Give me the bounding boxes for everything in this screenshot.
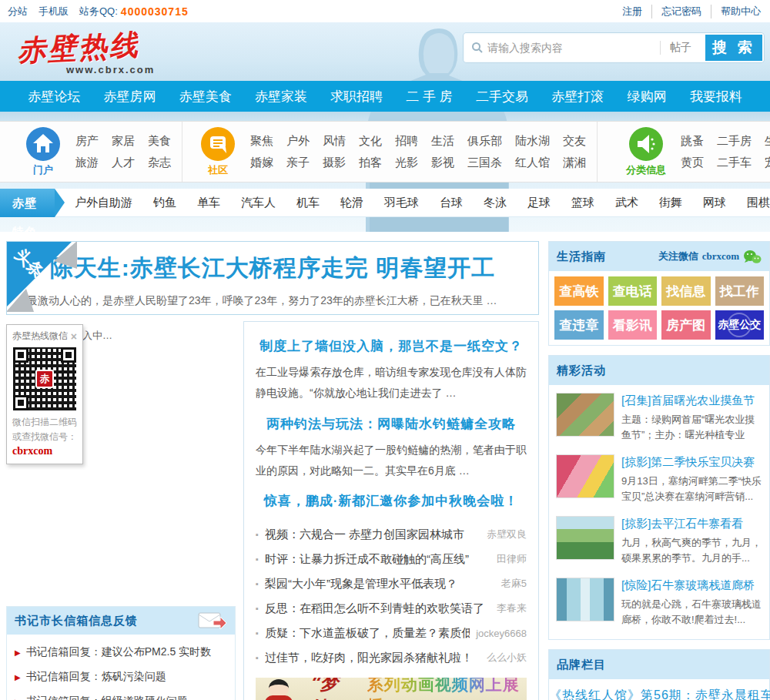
main-nav-item[interactable]: 赤壁家装 — [255, 88, 307, 106]
main-nav-item[interactable]: 二 手 房 — [406, 88, 452, 106]
portal-icon-block[interactable]: 门户 — [18, 126, 68, 177]
activity-title[interactable]: [惊险]石牛寨玻璃栈道廊桥 — [621, 578, 762, 593]
activity-title[interactable]: [掠影]第二季快乐宝贝决赛 — [621, 455, 762, 470]
mailbox-item[interactable]: ▶ 书记信箱回复：组级道路硬化问题 — [15, 689, 227, 700]
news-list-item[interactable]: ▪ 时评：让暴力拆迁成不敢碰触的“高压线” 田律师 — [256, 547, 527, 571]
activity-item[interactable]: [掠影]第二季快乐宝贝决赛 9月13日，塞纳河畔第二季“快乐宝贝”总决赛在塞纳河… — [556, 454, 762, 504]
community-label[interactable]: 社区 — [193, 163, 243, 177]
main-nav-item[interactable]: 赤壁美食 — [179, 88, 232, 106]
subnav-link[interactable]: 人才 — [112, 152, 135, 173]
subnav-link[interactable]: 俱乐部 — [467, 130, 502, 152]
club-nav-item[interactable]: 街舞 — [659, 196, 682, 210]
subnav-link[interactable]: 二手房 — [717, 130, 752, 152]
main-nav-item[interactable]: 赤壁打滚 — [551, 88, 604, 106]
subnav-link[interactable]: 文化 — [359, 130, 382, 152]
subnav-link[interactable]: 杂志 — [148, 152, 171, 173]
classifieds-icon-block[interactable]: 分类信息 — [619, 126, 673, 177]
subnav-link[interactable]: 旅游 — [75, 152, 99, 173]
site-logo[interactable]: 赤壁热线 www.cbrx.com — [17, 28, 155, 75]
subnav-link[interactable]: 生活 — [765, 130, 770, 152]
subnav-link[interactable]: 聚焦 — [250, 130, 273, 152]
main-nav-item[interactable]: 二手交易 — [476, 88, 528, 106]
search-button[interactable]: 搜 索 — [705, 35, 762, 61]
main-nav-item[interactable]: 绿购网 — [627, 88, 666, 106]
life-guide-button[interactable]: 赤壁公交 — [715, 310, 765, 340]
mailbox-item[interactable]: ▶ 书记信箱回复：建议公布PM2.5 实时数 — [15, 640, 227, 665]
club-nav-item[interactable]: 武术 — [615, 196, 638, 210]
subnav-link[interactable]: 家居 — [112, 130, 135, 152]
register-link[interactable]: 注册 — [613, 5, 652, 18]
feature-title[interactable]: 制度上了墙但没入脑，那岂不是一纸空文？ — [256, 337, 527, 355]
club-nav-item[interactable]: 轮滑 — [340, 196, 363, 210]
activity-item[interactable]: [召集]首届曙光农业摸鱼节 主题：绿购网首届“曙光农业摸鱼节”；主办：曙光种植专… — [556, 393, 762, 443]
club-nav-item[interactable]: 钓鱼 — [153, 196, 176, 210]
subnav-link[interactable]: 潇湘 — [563, 152, 586, 173]
topbar-link-mobile[interactable]: 手机版 — [38, 5, 69, 18]
main-nav-item[interactable]: 求职招聘 — [330, 88, 383, 106]
community-icon-block[interactable]: 社区 — [193, 126, 243, 177]
main-nav-item[interactable]: 我要报料 — [690, 88, 742, 106]
subnav-link[interactable]: 摄影 — [323, 152, 346, 173]
subnav-link[interactable]: 生活 — [431, 130, 454, 152]
club-nav-item[interactable]: 羽毛球 — [384, 196, 419, 210]
news-list-item[interactable]: ▪ 质疑：下水道盖板破了，质量差？素质低？ jockey6668 — [256, 621, 527, 645]
subnav-link[interactable]: 红人馆 — [515, 152, 550, 173]
activity-title[interactable]: [掠影]去平江石牛寨看看 — [621, 517, 762, 531]
subnav-link[interactable]: 招聘 — [395, 130, 418, 152]
subnav-link[interactable]: 光影 — [395, 152, 418, 173]
life-guide-button[interactable]: 查违章 — [554, 310, 604, 340]
life-guide-button[interactable]: 查高铁 — [554, 276, 604, 306]
topbar-link-substation[interactable]: 分站 — [8, 5, 28, 18]
main-nav-item[interactable]: 赤壁论坛 — [28, 88, 80, 106]
club-nav-item[interactable]: 台球 — [440, 196, 463, 210]
club-nav-item[interactable]: 围棋 — [747, 196, 770, 210]
subnav-link[interactable]: 房产 — [75, 130, 99, 152]
subnav-link[interactable]: 亲子 — [286, 152, 310, 173]
activity-item[interactable]: [掠影]去平江石牛寨看看 九月，秋高气爽的季节，九月，硕果累累的季节。九月的手.… — [556, 516, 762, 566]
subnav-link[interactable]: 二手车 — [717, 152, 752, 173]
news-list-item[interactable]: ▪ 梨园“大小年”现象是管理水平低表现？ 老麻5 — [256, 571, 527, 596]
subnav-link[interactable]: 户外 — [286, 130, 310, 152]
life-guide-button[interactable]: 房产图 — [661, 310, 711, 340]
feature-title[interactable]: 惊喜，鹏成·新都汇邀你参加中秋晚会啦！ — [256, 492, 527, 510]
search-category-dropdown[interactable]: 帖子 — [660, 41, 699, 55]
wechat-follow-note[interactable]: 关注微信cbrxcom — [658, 250, 762, 264]
club-nav-item[interactable]: 单车 — [197, 196, 220, 210]
club-nav-item[interactable]: 篮球 — [571, 196, 594, 210]
news-list-item[interactable]: ▪ 反思：在稻田怎么听不到青蛙的欢歌笑语了 李春来 — [256, 596, 527, 621]
news-list-item[interactable]: ▪ 过佳节，吃好肉，阳光家园杀猪献礼啦！ 么么小妖 — [256, 645, 527, 670]
subnav-link[interactable]: 宠物 — [765, 152, 770, 173]
portal-label[interactable]: 门户 — [18, 163, 68, 177]
subnav-link[interactable]: 陆水湖 — [515, 130, 550, 152]
club-nav-item[interactable]: 网球 — [703, 196, 726, 210]
life-guide-button[interactable]: 找信息 — [661, 276, 711, 306]
club-nav-item[interactable]: 汽车人 — [241, 196, 276, 210]
club-nav-item[interactable]: 冬泳 — [484, 196, 507, 210]
mailbox-item[interactable]: ▶ 书记信箱回复：炼矾污染问题 — [15, 665, 227, 689]
classifieds-label[interactable]: 分类信息 — [619, 163, 673, 177]
life-guide-button[interactable]: 查电话 — [608, 276, 658, 306]
subnav-link[interactable]: 跳蚤 — [681, 130, 704, 152]
ad-banner[interactable]: “梦娃” 系列动画视频网上展播 — [256, 678, 527, 700]
subnav-link[interactable]: 交友 — [563, 130, 586, 152]
club-nav-item[interactable]: 户外自助游 — [75, 196, 132, 210]
help-center-link[interactable]: 帮助中心 — [711, 5, 762, 18]
subnav-link[interactable]: 风情 — [323, 130, 346, 152]
subnav-link[interactable]: 三国杀 — [467, 152, 502, 173]
subnav-link[interactable]: 婚嫁 — [250, 152, 273, 173]
headline-title[interactable]: 陈天生:赤壁长江大桥程序走完 明春望开工 — [7, 253, 538, 284]
forgot-password-link[interactable]: 忘记密码 — [652, 5, 711, 18]
activity-title[interactable]: [召集]首届曙光农业摸鱼节 — [621, 394, 762, 408]
main-nav-item[interactable]: 赤壁房网 — [103, 88, 156, 106]
club-nav-item[interactable]: 足球 — [527, 196, 551, 210]
life-guide-button[interactable]: 看影讯 — [608, 310, 658, 340]
subnav-link[interactable]: 拍客 — [359, 152, 382, 173]
club-nav-item[interactable]: 机车 — [296, 196, 320, 210]
subnav-link[interactable]: 美食 — [148, 130, 171, 152]
search-input[interactable] — [487, 42, 660, 54]
feature-title[interactable]: 两种钓法与玩法：网曝陆水钓鲢鳙全攻略 — [256, 415, 527, 433]
subnav-link[interactable]: 黄页 — [681, 152, 704, 173]
activity-item[interactable]: [惊险]石牛寨玻璃栈道廊桥 玩的就是心跳，石牛寨玻璃栈道廊桥，你敢不敢!爬着过去… — [556, 578, 762, 628]
subnav-link[interactable]: 影视 — [431, 152, 454, 173]
news-list-item[interactable]: ▪ 视频：六规合一 赤壁力创国家园林城市 赤壁双良 — [256, 522, 527, 547]
